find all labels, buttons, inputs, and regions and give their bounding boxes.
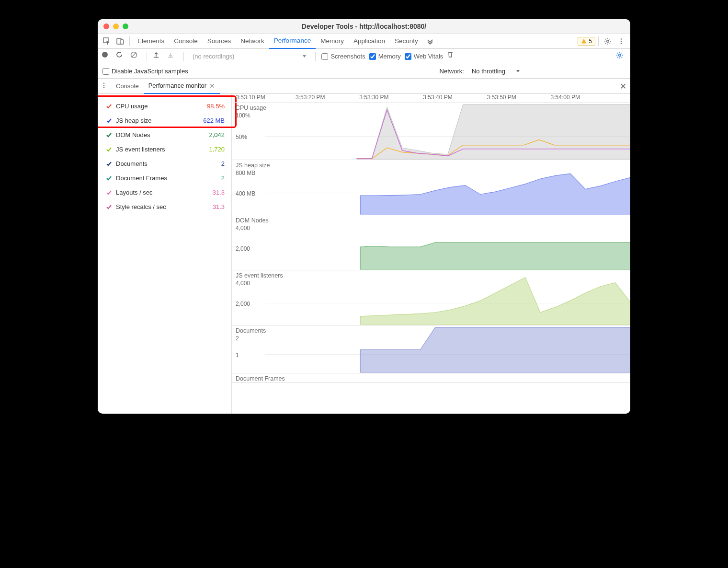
- webvitals-checkbox[interactable]: Web Vitals: [405, 53, 444, 60]
- warnings-badge[interactable]: 5: [578, 37, 595, 46]
- memory-checkbox[interactable]: Memory: [369, 53, 401, 60]
- metric-value: 2: [221, 174, 225, 182]
- check-icon: [104, 103, 113, 109]
- svg-point-4: [621, 38, 622, 40]
- metric-style-recalcs-sec[interactable]: Style recalcs / sec31.3: [100, 199, 229, 214]
- metric-cpu-usage[interactable]: CPU usage98.5%: [100, 99, 229, 113]
- check-icon: [104, 161, 113, 167]
- svg-point-15: [103, 87, 104, 88]
- metric-label: CPU usage: [113, 103, 207, 110]
- check-icon: [104, 204, 113, 210]
- divider: [315, 52, 316, 61]
- check-icon: [104, 117, 113, 124]
- zoom-window-button[interactable]: [123, 23, 128, 29]
- svg-point-12: [619, 54, 621, 56]
- metric-value: 2: [221, 160, 225, 167]
- perf-settings-icon[interactable]: [616, 51, 626, 62]
- record-button[interactable]: [102, 51, 112, 62]
- traffic-lights: [98, 23, 128, 29]
- metric-layouts-sec[interactable]: Layouts / sec31.3: [100, 185, 229, 199]
- upload-icon[interactable]: [153, 51, 163, 62]
- tab-application[interactable]: Application: [349, 34, 390, 49]
- svg-point-13: [103, 82, 104, 83]
- warnings-count: 5: [589, 38, 592, 45]
- check-icon: [104, 146, 113, 152]
- disable-js-samples-checkbox[interactable]: Disable JavaScript samples: [102, 68, 188, 75]
- drawer-tabs: ConsolePerformance monitor✕ ✕: [98, 79, 630, 94]
- drawer-tab-performance-monitor[interactable]: Performance monitor✕: [144, 79, 220, 94]
- chart-js-event-listeners: JS event listeners4,0002,000: [232, 270, 630, 325]
- settings-icon[interactable]: [602, 35, 614, 47]
- tab-security[interactable]: Security: [390, 34, 423, 49]
- network-throttle-select[interactable]: Network: No throttling: [440, 68, 520, 75]
- time-tick: 3:53:40 PM: [423, 94, 452, 101]
- devtools-window: Developer Tools - http://localhost:8080/…: [98, 19, 630, 414]
- reload-record-button[interactable]: [116, 51, 126, 62]
- clear-button[interactable]: [130, 51, 141, 62]
- tab-console[interactable]: Console: [169, 34, 203, 49]
- metric-value: 622 MB: [203, 117, 225, 124]
- svg-point-5: [621, 40, 622, 42]
- chart-dom-nodes: DOM Nodes4,0002,000: [232, 215, 630, 270]
- tab-network[interactable]: Network: [236, 34, 269, 49]
- svg-point-6: [621, 43, 622, 44]
- screenshots-checkbox[interactable]: Screenshots: [321, 53, 365, 60]
- chart-documents: Documents21: [232, 325, 630, 373]
- divider: [129, 36, 130, 46]
- metric-value: 2,042: [209, 131, 225, 139]
- metric-js-event-listeners[interactable]: JS event listeners1,720: [100, 142, 229, 156]
- time-axis: 3:53:10 PM3:53:20 PM3:53:30 PM3:53:40 PM…: [232, 94, 630, 103]
- close-icon[interactable]: ✕: [209, 82, 215, 90]
- perf-toolbar: (no recordings) Screenshots Memory Web V…: [98, 49, 630, 64]
- recordings-select[interactable]: (no recordings): [190, 53, 309, 60]
- kebab-menu-icon[interactable]: [615, 35, 627, 47]
- time-tick: 3:53:20 PM: [296, 94, 325, 101]
- main-tabs: ElementsConsoleSourcesNetworkPerformance…: [98, 34, 630, 49]
- metric-label: JS heap size: [113, 117, 203, 124]
- tab-performance[interactable]: Performance: [269, 34, 316, 49]
- svg-point-7: [102, 52, 108, 58]
- metric-value: 1,720: [209, 146, 225, 153]
- network-value: No throttling: [472, 68, 505, 75]
- download-icon[interactable]: [167, 51, 178, 62]
- close-window-button[interactable]: [103, 23, 109, 29]
- metric-documents[interactable]: Documents2: [100, 156, 229, 171]
- screenshots-label: Screenshots: [330, 53, 365, 60]
- trash-icon[interactable]: [447, 51, 457, 62]
- device-toggle-icon[interactable]: [114, 35, 126, 47]
- drawer-kebab-icon[interactable]: [101, 82, 111, 90]
- metric-js-heap-size[interactable]: JS heap size622 MB: [100, 113, 229, 128]
- metric-label: Document Frames: [113, 174, 221, 182]
- metric-label: DOM Nodes: [113, 131, 209, 139]
- disable-js-label: Disable JavaScript samples: [112, 68, 188, 75]
- metric-label: JS event listeners: [113, 146, 209, 153]
- tab-memory[interactable]: Memory: [316, 34, 349, 49]
- memory-label: Memory: [378, 53, 401, 60]
- tab-sources[interactable]: Sources: [203, 34, 236, 49]
- inspect-icon[interactable]: [101, 35, 113, 47]
- metric-dom-nodes[interactable]: DOM Nodes2,042: [100, 128, 229, 142]
- network-label: Network:: [440, 68, 464, 75]
- chart-js-heap-size: JS heap size800 MB400 MB: [232, 160, 630, 215]
- check-icon: [104, 189, 113, 196]
- time-tick: 3:53:30 PM: [359, 94, 388, 101]
- divider: [598, 36, 599, 46]
- metric-document-frames[interactable]: Document Frames2: [100, 171, 229, 185]
- drawer-tab-console[interactable]: Console: [111, 79, 144, 94]
- minimize-window-button[interactable]: [113, 23, 119, 29]
- titlebar: Developer Tools - http://localhost:8080/: [98, 19, 630, 34]
- drawer-close-icon[interactable]: ✕: [620, 81, 626, 92]
- metric-label: Documents: [113, 160, 221, 167]
- svg-point-3: [607, 40, 609, 42]
- chart-cpu-usage: CPU usage100%50%: [232, 103, 630, 160]
- svg-line-9: [132, 53, 136, 57]
- recordings-placeholder: (no recordings): [193, 53, 234, 60]
- perf-settings-row: Disable JavaScript samples Network: No t…: [98, 64, 630, 79]
- metric-label: Layouts / sec: [113, 189, 213, 196]
- more-tabs-icon[interactable]: [424, 35, 436, 47]
- metric-value: 31.3: [213, 189, 225, 196]
- chart-document-frames: Document Frames: [232, 373, 630, 383]
- tab-elements[interactable]: Elements: [133, 34, 169, 49]
- time-tick: 3:53:50 PM: [487, 94, 516, 101]
- perf-monitor-body: CPU usage98.5%JS heap size622 MBDOM Node…: [98, 94, 630, 414]
